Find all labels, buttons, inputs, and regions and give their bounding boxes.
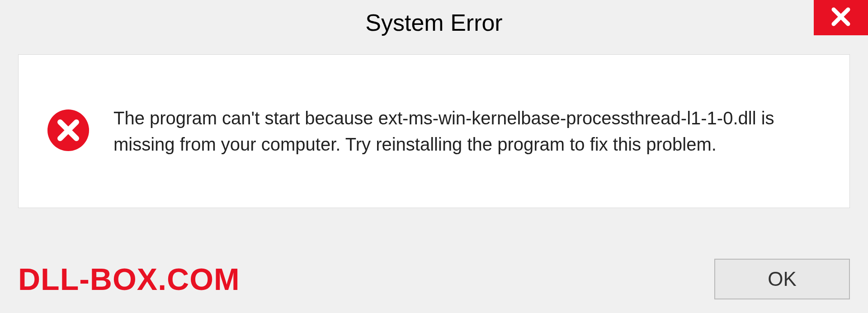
- ok-button[interactable]: OK: [714, 259, 850, 299]
- error-message: The program can't start because ext-ms-w…: [113, 105, 822, 157]
- close-button[interactable]: [814, 0, 868, 35]
- close-icon: [830, 6, 852, 29]
- title-bar: System Error: [0, 0, 868, 45]
- footer-row: DLL-BOX.COM OK: [0, 259, 868, 299]
- watermark-text: DLL-BOX.COM: [18, 261, 240, 297]
- error-icon: [46, 108, 91, 155]
- content-panel: The program can't start because ext-ms-w…: [18, 54, 850, 208]
- dialog-title: System Error: [365, 9, 502, 36]
- ok-button-label: OK: [768, 268, 797, 290]
